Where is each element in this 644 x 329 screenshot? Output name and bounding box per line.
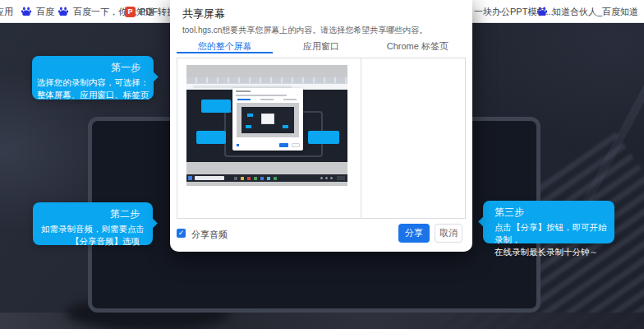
mini-cancel-button [292, 143, 300, 147]
baidu-paw-icon [58, 6, 69, 17]
step-title: 第一步 [32, 56, 154, 75]
mini-tray-icon [320, 177, 323, 179]
mini-app-icon [247, 177, 251, 180]
step-title: 第二步 [33, 202, 153, 221]
mini-callout-1 [201, 100, 231, 113]
mini-mini-thumbnail [237, 103, 299, 137]
mini-dialog-subtitle-bar [236, 95, 287, 96]
mini-mini-dialog [261, 114, 274, 124]
step-text-line: 整体屏幕、应用窗口、标签页 [32, 89, 154, 101]
mini-tray-icon [325, 177, 328, 179]
mini-tab [283, 99, 297, 100]
screen-picker-pane [177, 58, 466, 219]
mini-checkbox [237, 144, 239, 146]
dialog-subtitle: tool.hgs.cn想要共享您屏幕上的内容。请选择您希望共享哪些内容。 [182, 25, 427, 36]
pane-divider [361, 58, 361, 218]
mini-tray-icon [330, 177, 333, 179]
bookmark-label: 百度 [36, 6, 54, 18]
step-text-line: 在线录制最长录制十分钟～ [494, 246, 614, 258]
tab-application-window[interactable]: 应用窗口 [273, 38, 369, 53]
mini-mini-screenshot [242, 107, 294, 133]
mini-callout-3 [308, 131, 339, 144]
share-screen-dialog: 共享屏幕 tool.hgs.cn想要共享您屏幕上的内容。请选择您希望共享哪些内容… [170, 0, 472, 252]
dialog-title: 共享屏幕 [182, 7, 225, 21]
mini-app-icon [254, 177, 257, 180]
mini-dialog-title-bar [236, 90, 251, 92]
baidu-paw-icon [536, 6, 548, 17]
mini-share-button [279, 143, 288, 147]
tab-chrome-tab[interactable]: Chrome 标签页 [370, 38, 466, 53]
mini-app-icon [260, 177, 264, 180]
mini-browser-tabstrip [186, 77, 347, 84]
step-text-line: 点击【分享】按钮，即可开始录制， [494, 221, 614, 246]
mini-app-icon [241, 177, 244, 180]
baidu-paw-icon [21, 6, 32, 17]
share-audio-checkbox[interactable]: ✓ [177, 229, 186, 238]
tutorial-step-3-callout: 第三步 点击【分享】按钮，即可开始录制， 在线录制最长录制十分钟～ [483, 201, 614, 243]
mini-taskbar [186, 174, 347, 182]
step-text-line: 如需录制音频，则需要点击 [33, 223, 153, 235]
dialog-tabs: 您的整个屏幕 应用窗口 Chrome 标签页 [177, 38, 466, 53]
mini-tab [260, 99, 274, 100]
mini-clock [337, 176, 345, 180]
mini-tab [237, 99, 251, 100]
step-text: 选择您的录制内容，可选择： 整体屏幕、应用窗口、标签页 [32, 75, 154, 101]
mini-share-dialog [232, 88, 303, 151]
mini-mini-callout [283, 125, 288, 128]
tutorial-step-1-callout: 第一步 选择您的录制内容，可选择： 整体屏幕、应用窗口、标签页 [32, 56, 154, 100]
bookmark-baidu-zhidao[interactable]: 知道合伙人_百度知道 [536, 0, 638, 23]
step-text: 点击【分享】按钮，即可开始录制， 在线录制最长录制十分钟～ [483, 220, 614, 258]
bookmark-label: 应用 [0, 6, 13, 18]
step-text-line: 选择您的录制内容，可选择： [32, 76, 154, 89]
mini-mini-callout [247, 114, 253, 117]
mini-page-content [186, 90, 347, 162]
step-title: 第三步 [483, 201, 614, 220]
step-text: 如需录制音频，则需要点击 【分享音频】选项 [33, 221, 153, 248]
mini-callout-2 [196, 131, 226, 144]
pdf-converter-icon: P [125, 7, 136, 17]
mini-start-button [188, 176, 192, 180]
mini-mini-callout [246, 125, 251, 128]
mini-app-icon [274, 177, 277, 180]
cancel-button[interactable]: 取消 [435, 224, 462, 243]
screen: 应用 百度 百度一下，你就知道 P PDF转换器 一块办公PPT模板... 知道… [0, 0, 644, 329]
bookmark-apps[interactable]: 应用 [0, 0, 13, 23]
tutorial-step-2-callout: 第二步 如需录制音频，则需要点击 【分享音频】选项 [33, 202, 153, 245]
bookmark-baidu[interactable]: 百度 [21, 0, 54, 23]
bookmark-label: 知道合伙人_百度知道 [552, 6, 638, 18]
mini-app-icon [234, 177, 237, 180]
mini-screenshot [186, 77, 347, 169]
mini-app-icon [267, 177, 270, 180]
tab-entire-screen[interactable]: 您的整个屏幕 [177, 38, 273, 53]
share-audio-label: 分享音频 [191, 229, 228, 241]
share-button[interactable]: 分享 [398, 224, 430, 243]
mini-search-box [195, 176, 224, 180]
step-text-line: 【分享音频】选项 [33, 235, 153, 248]
screen-preview-thumbnail[interactable] [186, 65, 347, 186]
